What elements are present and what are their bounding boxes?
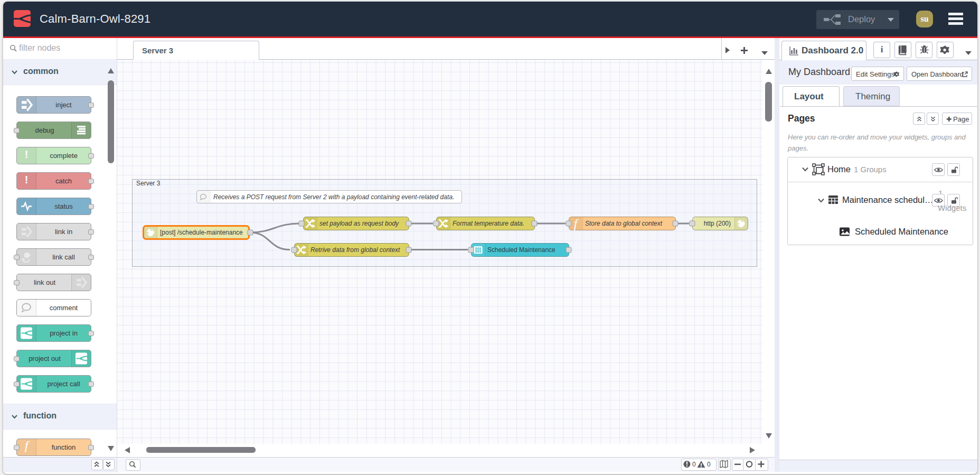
svg-text:Store data to global context: Store data to global context (585, 220, 663, 227)
svg-text:[post] /schedule-maintenance: [post] /schedule-maintenance (160, 229, 243, 236)
svg-text:set payload as request body: set payload as request body (319, 220, 399, 227)
svg-text:0: 0 (707, 461, 711, 468)
svg-text:Format temperature data.: Format temperature data. (453, 220, 524, 227)
svg-text:Receives a POST request from S: Receives a POST request from Server 2 wi… (213, 193, 454, 201)
svg-text:0: 0 (692, 461, 696, 468)
svg-text:Scheduled Maintenance: Scheduled Maintenance (487, 246, 555, 254)
svg-text:Retrive data from global conte: Retrive data from global context (310, 246, 400, 254)
svg-text:http (200): http (200) (704, 220, 731, 227)
svg-text:Server 3: Server 3 (136, 180, 161, 187)
